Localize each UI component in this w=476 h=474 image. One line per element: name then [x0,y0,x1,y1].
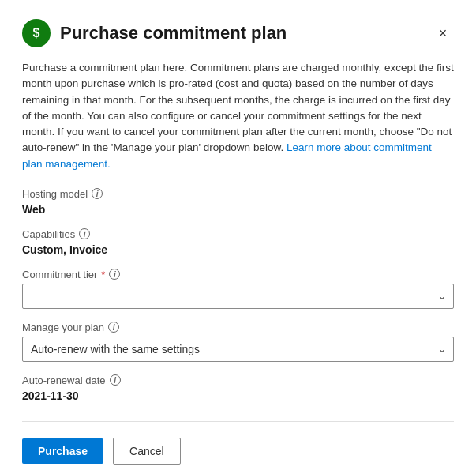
commitment-tier-info-icon[interactable]: i [109,269,120,280]
hosting-model-label: Hosting model i [22,188,454,200]
commitment-tier-section: Commitment tier * i ⌄ [22,269,454,309]
manage-plan-label: Manage your plan i [22,322,454,333]
app-icon: $ [22,19,51,47]
capabilities-label: Capabilities i [22,228,454,240]
auto-renewal-date-section: Auto-renewal date i 2021-11-30 [22,374,454,402]
hosting-model-section: Hosting model i Web [22,188,454,216]
capabilities-value: Custom, Invoice [22,243,454,256]
commitment-tier-dropdown-wrapper: ⌄ [22,284,454,309]
description-text: Purchase a commitment plan here. Commitm… [22,60,454,172]
commitment-tier-dropdown[interactable] [22,284,454,309]
dialog-header: $ Purchase commitment plan × [22,19,454,47]
manage-plan-section: Manage your plan i Auto-renew with the s… [22,322,454,362]
footer-divider [22,421,454,422]
purchase-button[interactable]: Purchase [22,438,103,464]
cancel-button[interactable]: Cancel [113,438,181,465]
manage-plan-dropdown-wrapper: Auto-renew with the same settings Do not… [22,337,454,362]
footer-buttons: Purchase Cancel [22,438,454,465]
hosting-model-info-icon[interactable]: i [92,188,103,199]
capabilities-section: Capabilities i Custom, Invoice [22,228,454,256]
commitment-tier-required: * [101,269,105,280]
purchase-commitment-dialog: $ Purchase commitment plan × Purchase a … [0,0,476,474]
close-icon: × [439,25,448,42]
commitment-tier-label: Commitment tier * i [22,269,454,280]
close-button[interactable]: × [432,22,454,44]
manage-plan-dropdown[interactable]: Auto-renew with the same settings Do not… [22,337,454,362]
manage-plan-info-icon[interactable]: i [108,322,119,333]
capabilities-info-icon[interactable]: i [79,228,90,239]
auto-renewal-date-label: Auto-renewal date i [22,374,454,386]
auto-renewal-date-info-icon[interactable]: i [110,374,121,386]
auto-renewal-date-value: 2021-11-30 [22,389,454,402]
hosting-model-value: Web [22,203,454,216]
app-icon-label: $ [33,26,40,40]
dialog-title: Purchase commitment plan [60,23,432,43]
